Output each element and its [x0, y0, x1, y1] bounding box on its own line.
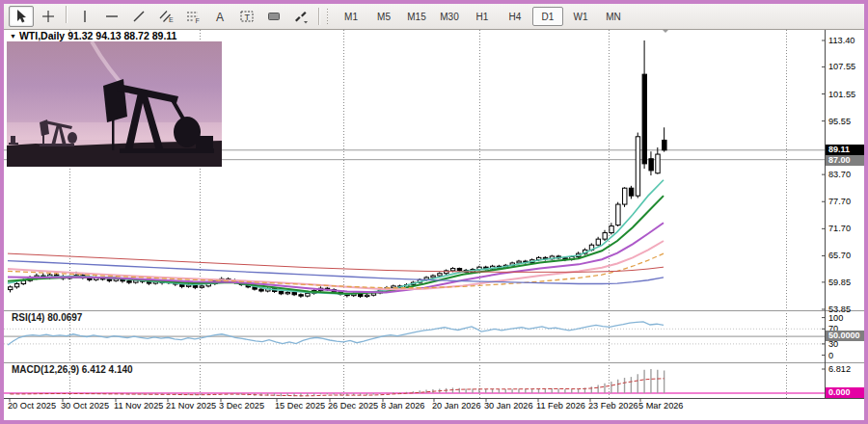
- trendline-tool-button[interactable]: [126, 6, 151, 27]
- macd-zero-badge: 0.000: [826, 387, 865, 398]
- toolbar-separator: [318, 8, 320, 25]
- svg-text:11 Feb 2026: 11 Feb 2026: [536, 401, 585, 411]
- timeframe-m5-button[interactable]: M5: [368, 7, 399, 26]
- macd-indicator-label: MACD(12,26,9) 6.412 4.140: [12, 364, 133, 375]
- rsi-level-badge: 50.0000: [826, 331, 865, 341]
- chevron-down-icon: ▼: [10, 33, 16, 40]
- rsi-value: 80.0697: [47, 312, 82, 323]
- arrows-tool-button[interactable]: [288, 6, 313, 27]
- svg-text:E: E: [169, 16, 174, 23]
- svg-text:30 Jan 2026: 30 Jan 2026: [484, 401, 533, 411]
- svg-text:F: F: [196, 17, 200, 24]
- rsi-line: [8, 322, 664, 345]
- svg-text:107.55: 107.55: [828, 62, 855, 71]
- svg-text:71.70: 71.70: [828, 224, 851, 233]
- timeframe-h4-button[interactable]: H4: [500, 7, 530, 26]
- timeframe-group: M1M5M15M30H1H4D1W1MN: [335, 7, 630, 26]
- svg-text:5 Mar 2026: 5 Mar 2026: [638, 401, 683, 411]
- svg-text:6.812: 6.812: [828, 364, 851, 374]
- svg-text:23 Feb 2026: 23 Feb 2026: [588, 401, 638, 411]
- svg-text:113.40: 113.40: [828, 36, 854, 45]
- toolbar-separator: [66, 6, 68, 23]
- svg-text:3 Dec 2025: 3 Dec 2025: [219, 401, 264, 411]
- svg-text:11 Nov 2025: 11 Nov 2025: [114, 401, 163, 411]
- timeframe-m1-button[interactable]: M1: [336, 7, 366, 26]
- svg-text:30 Oct 2025: 30 Oct 2025: [61, 401, 109, 411]
- svg-text:26 Dec 2025: 26 Dec 2025: [328, 401, 378, 411]
- timeframe-m15-button[interactable]: M15: [401, 7, 432, 26]
- rsi-indicator-label: RSI(14) 80.0697: [12, 312, 82, 323]
- ohlc-values: 91.32 94.13 88.72 89.11: [68, 30, 176, 41]
- equidistant-channel-tool-button[interactable]: E: [153, 6, 178, 27]
- fibonacci-retracement-tool-button[interactable]: F: [180, 6, 205, 27]
- svg-text:20 Jan 2026: 20 Jan 2026: [432, 401, 481, 411]
- svg-text:100: 100: [828, 313, 843, 323]
- svg-text:77.70: 77.70: [828, 197, 851, 206]
- drawing-tools-group: EFAT: [8, 6, 314, 27]
- timeframe-mn-button[interactable]: MN: [598, 7, 629, 26]
- svg-text:T: T: [244, 13, 250, 22]
- toolbar-grip-handle[interactable]: [326, 8, 330, 25]
- pumpjack-photo: [7, 41, 222, 167]
- shapes-tool-button[interactable]: [261, 6, 286, 27]
- timeframe-d1-button[interactable]: D1: [532, 7, 563, 26]
- crosshair-tool-button[interactable]: [36, 6, 61, 27]
- timeframe-h1-button[interactable]: H1: [467, 7, 498, 26]
- rsi-name: RSI(14): [12, 312, 44, 323]
- toolbar: EFAT M1M5M15M30H1H4D1W1MN: [4, 4, 864, 30]
- svg-text:0: 0: [828, 351, 833, 360]
- text-label-tool-button[interactable]: T: [234, 6, 259, 27]
- timeframe-w1-button[interactable]: W1: [565, 7, 596, 26]
- vertical-line-tool-button[interactable]: [72, 6, 97, 27]
- symbol-period-label: WTI,Daily: [19, 30, 65, 41]
- svg-text:20 Oct 2025: 20 Oct 2025: [8, 401, 56, 411]
- svg-text:15 Dec 2025: 15 Dec 2025: [275, 401, 325, 411]
- svg-text:95.55: 95.55: [828, 117, 851, 126]
- current-price-badge: 89.11: [826, 145, 865, 155]
- macd-name: MACD(12,26,9): [12, 364, 79, 375]
- chart-quote-title: ▼WTI,Daily 91.32 94.13 88.72 89.11: [10, 30, 176, 41]
- svg-text:65.70: 65.70: [828, 251, 851, 260]
- svg-text:A: A: [216, 11, 224, 24]
- horizontal-line-tool-button[interactable]: [99, 6, 124, 27]
- price-level-badge: 87.00: [826, 155, 865, 166]
- text-tool-button[interactable]: A: [207, 6, 232, 27]
- svg-text:21 Nov 2025: 21 Nov 2025: [166, 401, 216, 411]
- mt4-chart-window: EFAT M1M5M15M30H1H4D1W1MN 113.40107.5510…: [0, 0, 868, 424]
- cursor-tool-button[interactable]: [9, 6, 34, 27]
- svg-text:101.55: 101.55: [828, 90, 855, 99]
- macd-values: 6.412 4.140: [82, 364, 133, 375]
- svg-text:8 Jan 2026: 8 Jan 2026: [381, 401, 424, 411]
- timeframe-m30-button[interactable]: M30: [434, 7, 465, 26]
- svg-text:59.85: 59.85: [828, 278, 851, 287]
- svg-text:83.70: 83.70: [828, 170, 851, 179]
